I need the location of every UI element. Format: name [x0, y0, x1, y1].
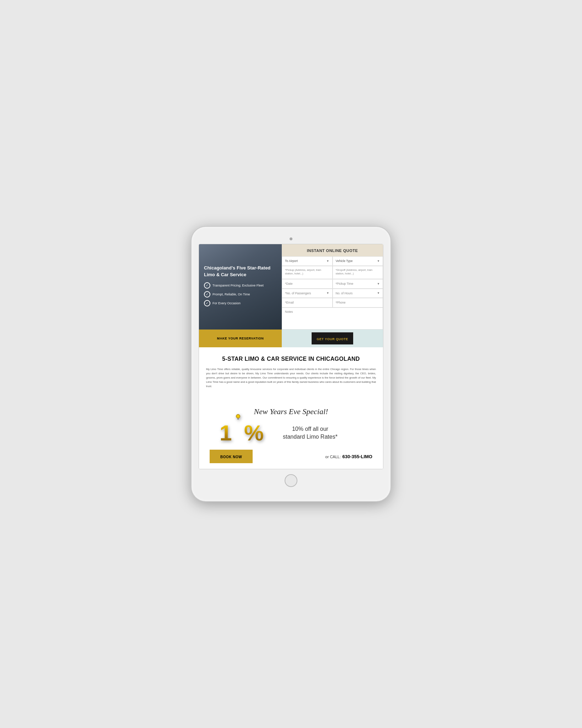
main-content: 5-STAR LIMO & CAR SERVICE IN CHICAGOLAND…: [199, 347, 383, 401]
passengers-placeholder: *No. of Passengers: [285, 291, 311, 295]
feature-item-3: For Every Occasion: [204, 300, 277, 306]
feature-text-2: Prompt, Reliable, On Time: [212, 293, 250, 296]
nye-title: New Years Eve Special!: [206, 407, 376, 416]
notes-field[interactable]: Notes: [282, 307, 383, 330]
check-icon-1: [204, 282, 210, 289]
notes-placeholder: Notes: [285, 310, 293, 314]
hero-left-panel: Chicagoland's Five Star-Rated Limo & Car…: [199, 244, 282, 330]
hours-arrow-icon: ▼: [377, 291, 380, 295]
trip-type-label: To Airport: [285, 259, 298, 263]
quote-form-panel: INSTANT ONLINE QUOTE To Airport ▼ Vehicl…: [282, 244, 383, 330]
pickup-address-placeholder: *Pickup (Address, airport, train station…: [285, 268, 329, 276]
dropoff-address-cell[interactable]: *Dropoff (Address, airport, train statio…: [333, 266, 383, 279]
hero-section: Chicagoland's Five Star-Rated Limo & Car…: [199, 244, 383, 330]
nye-special-section: New Years Eve Special! 1 0 %: [199, 401, 383, 469]
buttons-section: MAKE YOUR RESERVATION GET YOUR QUOTE: [199, 330, 383, 347]
date-placeholder: *Date: [285, 282, 292, 285]
quote-button-label: GET YOUR QUOTE: [317, 337, 348, 341]
quote-header: INSTANT ONLINE QUOTE: [282, 244, 383, 256]
pickup-time-arrow-icon: ▼: [377, 282, 380, 285]
percent-digit-1: 1: [220, 422, 232, 444]
hours-placeholder: No. of Hours: [336, 291, 353, 295]
reservation-button[interactable]: MAKE YOUR RESERVATION: [199, 330, 282, 347]
email-placeholder: *Email: [285, 301, 294, 304]
passengers-arrow-icon: ▼: [327, 291, 329, 295]
vehicle-type-select[interactable]: Vehicle Type ▼: [333, 256, 383, 266]
date-field[interactable]: *Date: [282, 279, 332, 289]
passengers-select[interactable]: *No. of Passengers ▼: [282, 289, 332, 298]
tablet-device: Chicagoland's Five Star-Rated Limo & Car…: [192, 227, 390, 501]
nye-text-line1: 10% off all our: [283, 425, 338, 433]
feature-item-1: Transparent Pricing; Exclusive Fleet: [204, 282, 277, 289]
dropoff-address-placeholder: *Dropoff (Address, airport, train statio…: [336, 268, 380, 276]
percent-display: 1 0 %: [220, 422, 264, 444]
pickup-time-placeholder: *Pickup Time: [336, 282, 354, 285]
nye-text-line2: standard Limo Rates*: [283, 433, 338, 441]
percent-zero: 0: [232, 422, 244, 444]
check-icon-3: [204, 300, 210, 306]
hours-select[interactable]: No. of Hours ▼: [333, 289, 383, 298]
quote-button-area: GET YOUR QUOTE: [282, 330, 383, 347]
tablet-screen: Chicagoland's Five Star-Rated Limo & Car…: [199, 244, 383, 469]
main-section-body: My Limo Time offers reliable, quality li…: [206, 367, 376, 389]
nye-content: 1 0 % 10% off all our standard Limo Rate…: [206, 422, 376, 444]
quote-header-text: INSTANT ONLINE QUOTE: [307, 248, 358, 253]
trip-type-select[interactable]: To Airport ▼: [282, 256, 332, 266]
feature-item-2: Prompt, Reliable, On Time: [204, 291, 277, 298]
phone-field[interactable]: *Phone: [333, 298, 383, 307]
main-section-title: 5-STAR LIMO & CAR SERVICE IN CHICAGOLAND: [206, 356, 376, 362]
call-label: or CALL:: [325, 455, 341, 459]
vehicle-type-label: Vehicle Type: [336, 259, 353, 263]
reservation-button-label: MAKE YOUR RESERVATION: [217, 337, 264, 340]
book-now-button[interactable]: BOOK NOW: [210, 450, 253, 463]
form-grid: To Airport ▼ Vehicle Type ▼ *Pickup (Add…: [282, 256, 383, 330]
phone-section: or CALL: 630-355-LIMO: [325, 453, 372, 460]
nye-description: 10% off all our standard Limo Rates*: [283, 425, 338, 441]
tablet-camera-icon: [290, 237, 292, 240]
phone-placeholder: *Phone: [336, 301, 346, 304]
nye-bottom-bar: BOOK NOW or CALL: 630-355-LIMO: [206, 450, 376, 463]
phone-number: 630-355-LIMO: [342, 454, 372, 459]
vehicle-type-arrow-icon: ▼: [377, 259, 380, 263]
company-title: Chicagoland's Five Star-Rated Limo & Car…: [204, 265, 277, 278]
feature-text-3: For Every Occasion: [212, 301, 241, 305]
trip-type-arrow-icon: ▼: [327, 259, 329, 263]
percent-sign: %: [244, 422, 264, 444]
pickup-time-select[interactable]: *Pickup Time ▼: [333, 279, 383, 289]
quote-button[interactable]: GET YOUR QUOTE: [312, 332, 353, 344]
email-field[interactable]: *Email: [282, 298, 332, 307]
book-now-label: BOOK NOW: [220, 455, 242, 459]
feature-text-1: Transparent Pricing; Exclusive Fleet: [212, 284, 264, 287]
check-icon-2: [204, 291, 210, 298]
tablet-home-button[interactable]: [285, 474, 297, 487]
pickup-address-cell[interactable]: *Pickup (Address, airport, train station…: [282, 266, 332, 279]
